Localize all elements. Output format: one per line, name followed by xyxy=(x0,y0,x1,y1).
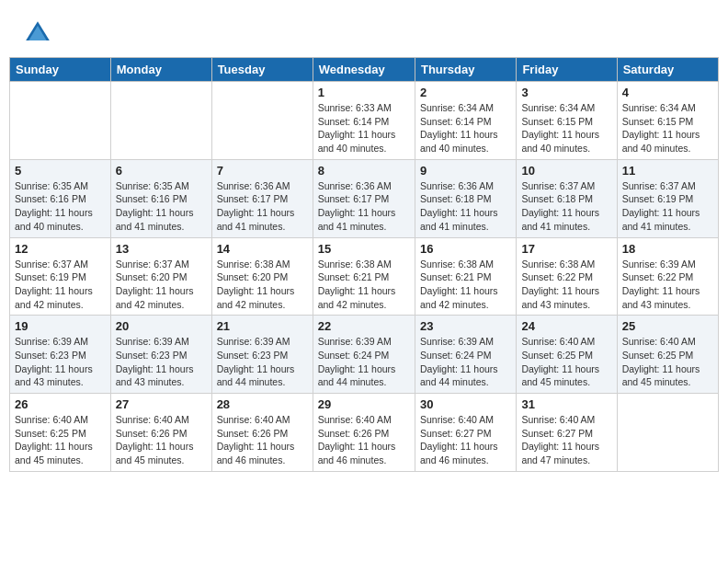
day-cell: 26Sunrise: 6:40 AMSunset: 6:25 PMDayligh… xyxy=(10,394,111,472)
week-row-5: 26Sunrise: 6:40 AMSunset: 6:25 PMDayligh… xyxy=(10,394,719,472)
day-number: 13 xyxy=(116,242,207,256)
day-cell: 11Sunrise: 6:37 AMSunset: 6:19 PMDayligh… xyxy=(617,159,718,237)
day-cell: 18Sunrise: 6:39 AMSunset: 6:22 PMDayligh… xyxy=(617,237,718,316)
day-cell: 4Sunrise: 6:34 AMSunset: 6:15 PMDaylight… xyxy=(617,82,718,160)
day-cell: 15Sunrise: 6:38 AMSunset: 6:21 PMDayligh… xyxy=(313,237,415,316)
day-cell: 14Sunrise: 6:38 AMSunset: 6:20 PMDayligh… xyxy=(211,237,313,316)
day-info: Sunrise: 6:39 AMSunset: 6:23 PMDaylight:… xyxy=(116,335,207,389)
day-info: Sunrise: 6:34 AMSunset: 6:14 PMDaylight:… xyxy=(420,101,511,155)
day-cell: 24Sunrise: 6:40 AMSunset: 6:25 PMDayligh… xyxy=(517,316,617,394)
day-cell: 8Sunrise: 6:36 AMSunset: 6:17 PMDaylight… xyxy=(313,159,415,237)
day-cell: 25Sunrise: 6:40 AMSunset: 6:25 PMDayligh… xyxy=(617,316,718,394)
day-info: Sunrise: 6:39 AMSunset: 6:23 PMDaylight:… xyxy=(15,335,106,389)
day-number: 31 xyxy=(521,397,611,411)
day-info: Sunrise: 6:38 AMSunset: 6:21 PMDaylight:… xyxy=(318,258,410,312)
day-cell: 19Sunrise: 6:39 AMSunset: 6:23 PMDayligh… xyxy=(10,316,111,394)
day-info: Sunrise: 6:40 AMSunset: 6:26 PMDaylight:… xyxy=(116,413,207,467)
day-number: 27 xyxy=(116,397,207,411)
day-number: 3 xyxy=(521,86,611,99)
day-number: 7 xyxy=(217,164,308,178)
day-number: 8 xyxy=(318,164,410,178)
day-number: 11 xyxy=(622,164,713,178)
day-info: Sunrise: 6:39 AMSunset: 6:23 PMDaylight:… xyxy=(217,335,308,389)
weekday-header-friday: Friday xyxy=(517,58,617,82)
day-info: Sunrise: 6:36 AMSunset: 6:17 PMDaylight:… xyxy=(217,179,308,234)
day-number: 5 xyxy=(15,164,106,178)
day-cell xyxy=(110,82,211,160)
day-number: 28 xyxy=(217,397,308,411)
weekday-header-tuesday: Tuesday xyxy=(211,58,313,82)
day-number: 1 xyxy=(318,86,410,99)
day-cell: 21Sunrise: 6:39 AMSunset: 6:23 PMDayligh… xyxy=(211,316,313,394)
day-info: Sunrise: 6:37 AMSunset: 6:19 PMDaylight:… xyxy=(622,179,713,234)
day-cell: 2Sunrise: 6:34 AMSunset: 6:14 PMDaylight… xyxy=(415,82,516,160)
day-info: Sunrise: 6:40 AMSunset: 6:25 PMDaylight:… xyxy=(521,335,611,389)
day-info: Sunrise: 6:40 AMSunset: 6:25 PMDaylight:… xyxy=(15,413,106,467)
day-cell: 30Sunrise: 6:40 AMSunset: 6:27 PMDayligh… xyxy=(415,394,516,472)
day-cell: 29Sunrise: 6:40 AMSunset: 6:26 PMDayligh… xyxy=(313,394,415,472)
day-number: 9 xyxy=(420,164,511,178)
day-info: Sunrise: 6:39 AMSunset: 6:22 PMDaylight:… xyxy=(622,258,713,312)
day-cell: 17Sunrise: 6:38 AMSunset: 6:22 PMDayligh… xyxy=(517,237,617,316)
day-info: Sunrise: 6:38 AMSunset: 6:21 PMDaylight:… xyxy=(420,258,511,312)
day-number: 24 xyxy=(521,319,611,333)
day-cell: 10Sunrise: 6:37 AMSunset: 6:18 PMDayligh… xyxy=(517,159,617,237)
week-row-2: 5Sunrise: 6:35 AMSunset: 6:16 PMDaylight… xyxy=(10,159,719,237)
weekday-header-thursday: Thursday xyxy=(415,58,516,82)
day-cell: 23Sunrise: 6:39 AMSunset: 6:24 PMDayligh… xyxy=(415,316,516,394)
day-cell: 1Sunrise: 6:33 AMSunset: 6:14 PMDaylight… xyxy=(313,82,415,160)
day-number: 17 xyxy=(521,242,611,256)
day-number: 15 xyxy=(318,242,410,256)
day-info: Sunrise: 6:35 AMSunset: 6:16 PMDaylight:… xyxy=(116,179,207,234)
day-number: 21 xyxy=(217,319,308,333)
day-info: Sunrise: 6:39 AMSunset: 6:24 PMDaylight:… xyxy=(420,335,511,389)
day-number: 4 xyxy=(622,86,713,99)
day-number: 16 xyxy=(420,242,511,256)
day-cell: 27Sunrise: 6:40 AMSunset: 6:26 PMDayligh… xyxy=(110,394,211,472)
day-cell: 9Sunrise: 6:36 AMSunset: 6:18 PMDaylight… xyxy=(415,159,516,237)
week-row-3: 12Sunrise: 6:37 AMSunset: 6:19 PMDayligh… xyxy=(10,237,719,316)
day-number: 22 xyxy=(318,319,410,333)
day-info: Sunrise: 6:37 AMSunset: 6:20 PMDaylight:… xyxy=(116,258,207,312)
weekday-header-row: SundayMondayTuesdayWednesdayThursdayFrid… xyxy=(10,58,719,82)
day-info: Sunrise: 6:38 AMSunset: 6:20 PMDaylight:… xyxy=(217,258,308,312)
page-header xyxy=(9,9,719,52)
day-info: Sunrise: 6:37 AMSunset: 6:18 PMDaylight:… xyxy=(521,179,611,234)
day-cell: 16Sunrise: 6:38 AMSunset: 6:21 PMDayligh… xyxy=(415,237,516,316)
weekday-header-saturday: Saturday xyxy=(617,58,718,82)
day-info: Sunrise: 6:39 AMSunset: 6:24 PMDaylight:… xyxy=(318,335,410,389)
day-cell: 20Sunrise: 6:39 AMSunset: 6:23 PMDayligh… xyxy=(110,316,211,394)
day-info: Sunrise: 6:40 AMSunset: 6:26 PMDaylight:… xyxy=(217,413,308,467)
day-cell: 5Sunrise: 6:35 AMSunset: 6:16 PMDaylight… xyxy=(10,159,111,237)
week-row-4: 19Sunrise: 6:39 AMSunset: 6:23 PMDayligh… xyxy=(10,316,719,394)
day-cell xyxy=(617,394,718,472)
weekday-header-monday: Monday xyxy=(110,58,211,82)
day-number: 29 xyxy=(318,397,410,411)
day-number: 20 xyxy=(116,319,207,333)
day-cell: 13Sunrise: 6:37 AMSunset: 6:20 PMDayligh… xyxy=(110,237,211,316)
day-cell xyxy=(211,82,313,160)
day-info: Sunrise: 6:40 AMSunset: 6:25 PMDaylight:… xyxy=(622,335,713,389)
day-number: 6 xyxy=(116,164,207,178)
calendar: SundayMondayTuesdayWednesdayThursdayFrid… xyxy=(9,57,719,472)
weekday-header-sunday: Sunday xyxy=(10,58,111,82)
day-number: 26 xyxy=(15,397,106,411)
day-number: 12 xyxy=(15,242,106,256)
day-cell xyxy=(10,82,111,160)
day-info: Sunrise: 6:34 AMSunset: 6:15 PMDaylight:… xyxy=(622,101,713,155)
weekday-header-wednesday: Wednesday xyxy=(313,58,415,82)
day-number: 2 xyxy=(420,86,511,99)
day-cell: 31Sunrise: 6:40 AMSunset: 6:27 PMDayligh… xyxy=(517,394,617,472)
day-cell: 3Sunrise: 6:34 AMSunset: 6:15 PMDaylight… xyxy=(517,82,617,160)
logo-icon xyxy=(23,18,52,48)
day-number: 25 xyxy=(622,319,713,333)
logo xyxy=(23,18,56,48)
day-info: Sunrise: 6:34 AMSunset: 6:15 PMDaylight:… xyxy=(521,101,611,155)
day-info: Sunrise: 6:36 AMSunset: 6:18 PMDaylight:… xyxy=(420,179,511,234)
day-number: 23 xyxy=(420,319,511,333)
day-info: Sunrise: 6:40 AMSunset: 6:27 PMDaylight:… xyxy=(420,413,511,467)
day-info: Sunrise: 6:33 AMSunset: 6:14 PMDaylight:… xyxy=(318,101,410,155)
day-cell: 12Sunrise: 6:37 AMSunset: 6:19 PMDayligh… xyxy=(10,237,111,316)
day-cell: 7Sunrise: 6:36 AMSunset: 6:17 PMDaylight… xyxy=(211,159,313,237)
day-cell: 6Sunrise: 6:35 AMSunset: 6:16 PMDaylight… xyxy=(110,159,211,237)
